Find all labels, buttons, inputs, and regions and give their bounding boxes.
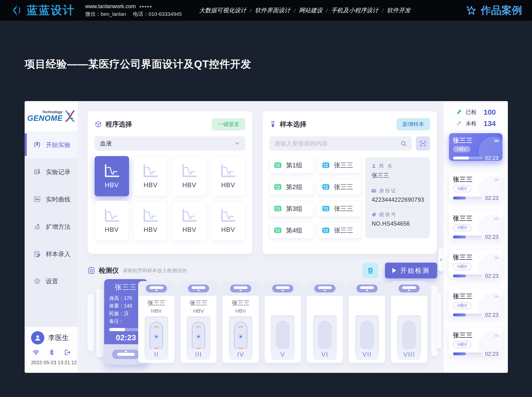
sample-chip[interactable]: 张三三 <box>317 157 362 173</box>
genome-logo-top: Technology <box>42 110 63 114</box>
queue-patient-name: 张三三 <box>453 214 473 222</box>
trash-button[interactable] <box>362 263 379 278</box>
sample-chip[interactable]: 张三三 <box>317 222 362 238</box>
sample-chip[interactable]: 张三三 <box>317 200 362 217</box>
scan-button[interactable] <box>416 136 430 151</box>
one-key-dispatch-button[interactable]: 一键派发 <box>212 118 245 130</box>
sidebar-item-label: 实时曲线 <box>46 195 70 203</box>
bluetooth-icon[interactable] <box>48 349 55 356</box>
nav-item-dev[interactable]: 软件开发 <box>387 6 411 14</box>
nav-item-software-ui[interactable]: 软件界面设计 <box>255 6 290 14</box>
group-chip[interactable]: 第2组 <box>269 179 314 195</box>
queue-card[interactable]: 张三三 ››› HBV 02:23 <box>449 211 502 239</box>
queue-countdown: 02:23 <box>485 155 499 161</box>
slot-patient-name <box>391 299 427 306</box>
detector-hint: 请将程序和样本放入检测仪内 <box>123 267 187 274</box>
sidebar-item-amplification[interactable]: 扩增方法 <box>25 213 78 240</box>
nav-item-bigdata[interactable]: 大数据可视化设计 <box>199 6 246 14</box>
queue-patient-name: 张三三 <box>453 136 473 144</box>
slot-patient-name <box>307 299 343 306</box>
arrows-decoration: ▸▸▸▸▸ <box>140 4 153 9</box>
patient-name: 张三三 <box>372 172 424 179</box>
queue-progress-bar <box>453 157 482 160</box>
group-chip[interactable]: 第4组 <box>269 222 314 238</box>
program-tile-hbv[interactable]: HBV <box>133 201 168 241</box>
id-card-icon <box>371 188 377 194</box>
portfolio-label: 作品案例 <box>481 3 522 17</box>
avatar[interactable] <box>31 331 44 344</box>
slot-patient-name: 张三三 <box>223 299 259 307</box>
wifi-icon[interactable] <box>33 349 39 356</box>
group-chip[interactable]: 第3组 <box>269 200 314 217</box>
program-tile-hbv[interactable]: HBV <box>95 201 129 241</box>
program-tile-hbv[interactable]: HBV <box>211 156 246 196</box>
sidebar-item-label: 设置 <box>46 277 58 285</box>
program-tile-hbv[interactable]: HBV <box>133 156 168 196</box>
slot-handle <box>188 285 209 292</box>
queue-card[interactable]: 张三三 ››› HBV 02:23 <box>449 289 502 317</box>
person-icon <box>371 163 377 169</box>
queue-patient-name: 张三三 <box>453 253 473 261</box>
sample-chip[interactable]: 张三三 <box>317 179 362 195</box>
group-card-icon <box>274 204 282 213</box>
detector-slot-6[interactable]: VI <box>307 281 343 363</box>
genome-logo-main: GENOME <box>27 114 63 123</box>
program-tile-hbv[interactable]: HBV <box>211 201 246 241</box>
checked-stat: 已检 100 <box>449 108 502 116</box>
slot-patient-name: 张三三 <box>109 283 143 292</box>
start-detection-button[interactable]: 开始检测 <box>385 263 437 278</box>
add-sample-button[interactable]: 新增样本 <box>397 118 430 130</box>
slot-handle <box>272 285 293 292</box>
play-icon <box>392 268 396 273</box>
logout-icon[interactable] <box>64 349 71 356</box>
chevrons-icon: ››› <box>494 332 499 339</box>
queue-card[interactable]: 张三三 ››› HBV 02:23 <box>449 328 502 356</box>
sidebar-item-settings[interactable]: 设置 <box>25 268 78 295</box>
lanlan-logo[interactable]: 蓝蓝设计 <box>10 3 75 18</box>
sidebar-menu: 开始实验 实验记录 实时曲线 <box>25 131 78 295</box>
detector-slot-4[interactable]: 张三三 HBV IV <box>222 281 259 363</box>
queue-card[interactable]: 张三三 ››› HBV 02:23 <box>449 172 502 200</box>
detector-slot-2[interactable]: 张三三 HBV II <box>138 281 175 363</box>
slide: 蓝蓝设计 www.lanlanwork.com ▸▸▸▸▸ 微信：ben_lan… <box>0 0 532 397</box>
search-icon[interactable] <box>400 140 407 147</box>
detector-icon <box>87 267 95 274</box>
slot-program <box>349 307 385 313</box>
portfolio-button[interactable]: 作品案例 <box>466 3 522 17</box>
queue-progress-bar <box>453 352 482 355</box>
stacked-card-edge <box>96 289 104 357</box>
queue-patient-name: 张三三 <box>453 292 473 300</box>
queue-countdown: 02:23 <box>485 195 499 200</box>
sidebar-item-label: 扩增方法 <box>46 223 70 231</box>
queue-program-tag: HBV <box>453 185 471 192</box>
sidebar-item-realtime-curve[interactable]: 实时曲线 <box>25 186 78 213</box>
detector-slot-8[interactable]: VIII <box>391 281 427 363</box>
detector-slot-7[interactable]: VII <box>349 281 385 363</box>
program-grid: HBV HBV HBV <box>95 156 245 241</box>
program-tile-hbv[interactable]: HBV <box>95 156 129 196</box>
sample-type-dropdown[interactable]: 血液 <box>95 136 245 151</box>
queue-card[interactable]: 张三三 ››› HBV 02:23 <box>449 250 502 278</box>
divider <box>371 183 424 183</box>
search-input[interactable] <box>274 140 400 147</box>
program-tile-hbv[interactable]: HBV <box>172 156 207 196</box>
slot-handle <box>146 285 167 292</box>
nav-item-website[interactable]: 网站建设 <box>299 6 323 14</box>
nav-item-mobile[interactable]: 手机及小程序设计 <box>331 6 378 14</box>
detector-slot-3[interactable]: 张三三 HBV III <box>180 281 217 363</box>
sample-list: 张三三 张三三 张三三 张三三 <box>317 157 362 238</box>
logo-text: 蓝蓝设计 <box>27 3 75 18</box>
detector-slot-5[interactable]: V <box>265 281 301 363</box>
sidebar-item-start-experiment[interactable]: 开始实验 <box>25 131 78 158</box>
queue-card-active[interactable]: 张三三 ››› HBV 02:23 <box>449 133 502 161</box>
group-chip[interactable]: 第1组 <box>269 157 314 173</box>
sample-label: 张三三 <box>334 161 353 170</box>
gear-icon <box>33 277 41 285</box>
pcr-curve-icon <box>219 163 237 179</box>
medical-app-window: Technology GENOME 开始实验 <box>25 101 508 373</box>
sidebar-item-experiment-records[interactable]: 实验记录 <box>25 158 78 185</box>
checked-label: 已检 <box>466 108 477 116</box>
sidebar-item-sample-entry[interactable]: 样本录入 <box>25 240 78 268</box>
program-tile-hbv[interactable]: HBV <box>172 201 207 241</box>
genome-logo: Technology GENOME <box>25 101 78 131</box>
